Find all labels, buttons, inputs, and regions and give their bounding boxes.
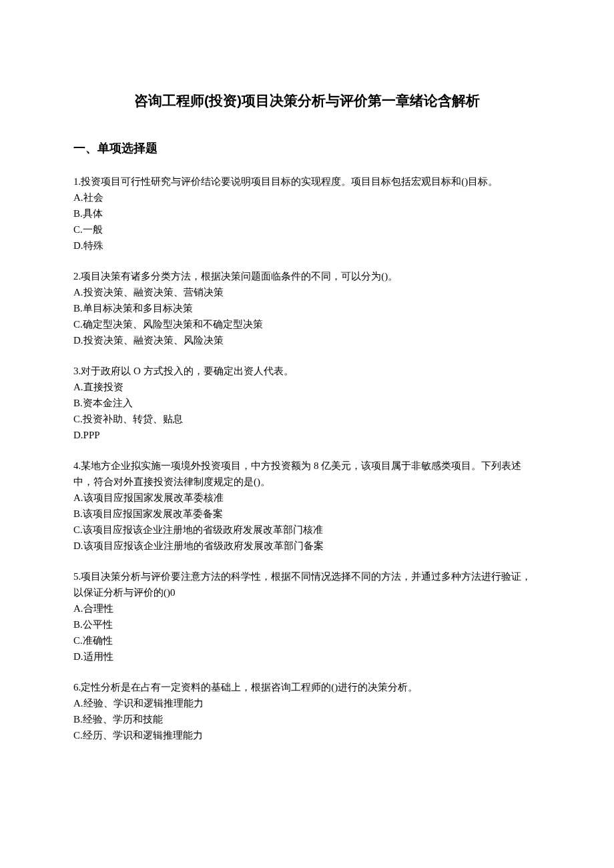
option-a: A.投资决策、融资决策、营销决策 bbox=[73, 284, 541, 300]
option-a: A.该项目应报国家发展改革委核准 bbox=[73, 490, 541, 506]
question-5: 5.项目决策分析与评价要注意方法的科学性，根据不同情况选择不同的方法，并通过多种… bbox=[73, 568, 541, 665]
option-c: C.确定型决策、风险型决策和不确定型决策 bbox=[73, 316, 541, 332]
question-6: 6.定性分析是在占有一定资料的基础上，根据咨询工程师的()进行的决策分析。 A.… bbox=[73, 679, 541, 743]
question-3: 3.对于政府以 O 方式投入的，要确定出资人代表。 A.直接投资 B.资本金注入… bbox=[73, 363, 541, 443]
option-d: D.适用性 bbox=[73, 648, 541, 665]
option-b: B.单目标决策和多目标决策 bbox=[73, 300, 541, 316]
option-c: C.一般 bbox=[73, 222, 541, 238]
option-d: D.投资决策、融资决策、风险决策 bbox=[73, 332, 541, 348]
question-stem: 4.某地方企业拟实施一项境外投资项目，中方投资额为 8 亿美元，该项目属于非敏感… bbox=[73, 458, 541, 490]
question-1: 1.投资项目可行性研究与评价结论要说明项目目标的实现程度。项目目标包括宏观目标和… bbox=[73, 173, 541, 254]
option-a: A.直接投资 bbox=[73, 379, 541, 395]
section-heading: 一、单项选择题 bbox=[73, 139, 541, 158]
option-b: B.具体 bbox=[73, 205, 541, 222]
question-4: 4.某地方企业拟实施一项境外投资项目，中方投资额为 8 亿美元，该项目属于非敏感… bbox=[73, 458, 541, 554]
option-b: B.经验、学历和技能 bbox=[73, 711, 541, 727]
option-c: C.经历、学识和逻辑推理能力 bbox=[73, 727, 541, 743]
question-stem: 1.投资项目可行性研究与评价结论要说明项目目标的实现程度。项目目标包括宏观目标和… bbox=[73, 173, 541, 189]
option-c: C.投资补助、转贷、贴息 bbox=[73, 411, 541, 427]
question-stem: 6.定性分析是在占有一定资料的基础上，根据咨询工程师的()进行的决策分析。 bbox=[73, 679, 541, 695]
question-stem: 3.对于政府以 O 方式投入的，要确定出资人代表。 bbox=[73, 363, 541, 379]
option-a: A.合理性 bbox=[73, 600, 541, 616]
option-a: A.经验、学识和逻辑推理能力 bbox=[73, 695, 541, 711]
option-b: B.公平性 bbox=[73, 616, 541, 632]
option-d: D.PPP bbox=[73, 427, 541, 443]
option-d: D.该项目应报该企业注册地的省级政府发展改革部门备案 bbox=[73, 538, 541, 554]
option-a: A.社会 bbox=[73, 189, 541, 205]
question-stem: 2.项目决策有诸多分类方法，根据决策问题面临条件的不同，可以分为()。 bbox=[73, 268, 541, 284]
document-title: 咨询工程师(投资)项目决策分析与评价第一章绪论含解析 bbox=[73, 89, 541, 112]
option-b: B.该项目应报国家发展改革委备案 bbox=[73, 506, 541, 522]
document-page: 咨询工程师(投资)项目决策分析与评价第一章绪论含解析 一、单项选择题 1.投资项… bbox=[0, 0, 614, 798]
option-b: B.资本金注入 bbox=[73, 395, 541, 411]
option-c: C.该项目应报该企业注册地的省级政府发展改革部门核准 bbox=[73, 522, 541, 538]
question-stem: 5.项目决策分析与评价要注意方法的科学性，根据不同情况选择不同的方法，并通过多种… bbox=[73, 568, 541, 600]
question-2: 2.项目决策有诸多分类方法，根据决策问题面临条件的不同，可以分为()。 A.投资… bbox=[73, 268, 541, 348]
option-c: C.准确性 bbox=[73, 632, 541, 648]
option-d: D.特殊 bbox=[73, 238, 541, 254]
